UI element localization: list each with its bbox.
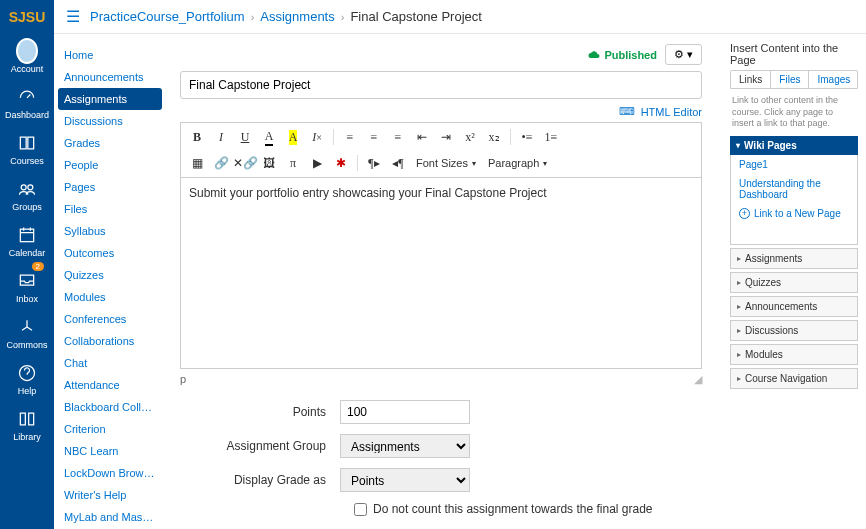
assignment-title-input[interactable] — [180, 71, 702, 99]
media-button[interactable]: ▶ — [307, 153, 327, 173]
courses-icon — [16, 132, 38, 154]
accordion-item[interactable]: ▸Assignments — [730, 248, 858, 269]
nav-inbox[interactable]: 2 Inbox — [0, 264, 54, 310]
subscript-button[interactable]: x₂ — [484, 127, 504, 147]
nav-courses[interactable]: Courses — [0, 126, 54, 172]
accordion-item[interactable]: ▸Discussions — [730, 320, 858, 341]
superscript-button[interactable]: x² — [460, 127, 480, 147]
bullet-list-button[interactable]: •≡ — [517, 127, 537, 147]
nav-label: Account — [11, 64, 44, 74]
rtl-button[interactable]: ◂¶ — [388, 153, 408, 173]
chevron-right-icon: ▸ — [737, 302, 741, 311]
display-grade-label: Display Grade as — [180, 473, 340, 487]
no-count-checkbox[interactable] — [354, 503, 367, 516]
link-button[interactable]: 🔗 — [211, 153, 231, 173]
align-center-button[interactable]: ≡ — [364, 127, 384, 147]
published-status: Published — [588, 49, 657, 61]
tab-files[interactable]: Files — [771, 71, 809, 88]
nav-help[interactable]: Help — [0, 356, 54, 402]
wiki-link[interactable]: Page1 — [731, 155, 857, 174]
paragraph-select[interactable]: Paragraph▾ — [484, 153, 551, 173]
text-color-button[interactable]: A — [259, 127, 279, 147]
number-list-button[interactable]: 1≡ — [541, 127, 561, 147]
course-nav-item[interactable]: NBC Learn — [54, 440, 166, 462]
main-content: Published ⚙ ▾ ⌨ HTML Editor B I U A A I×… — [166, 34, 716, 529]
rte-toolbar: B I U A A I× ≡ ≡ ≡ ⇤ ⇥ x² x₂ •≡ 1≡ ▦ 🔗 ✕… — [181, 123, 701, 178]
font-size-select[interactable]: Font Sizes▾ — [412, 153, 480, 173]
logo: SJSU — [0, 0, 54, 34]
clear-format-button[interactable]: I× — [307, 127, 327, 147]
nav-calendar[interactable]: Calendar — [0, 218, 54, 264]
outdent-button[interactable]: ⇤ — [412, 127, 432, 147]
accordion-item[interactable]: ▸Announcements — [730, 296, 858, 317]
inbox-icon — [16, 270, 38, 292]
bold-button[interactable]: B — [187, 127, 207, 147]
course-nav-item[interactable]: Quizzes — [54, 264, 166, 286]
underline-button[interactable]: U — [235, 127, 255, 147]
course-nav-item[interactable]: MyLab and Maste... — [54, 506, 166, 528]
nav-groups[interactable]: Groups — [0, 172, 54, 218]
nav-label: Calendar — [9, 248, 46, 258]
tab-links[interactable]: Links — [731, 71, 771, 88]
course-nav-item[interactable]: Syllabus — [54, 220, 166, 242]
nav-dashboard[interactable]: Dashboard — [0, 80, 54, 126]
accordion-item[interactable]: ▸Modules — [730, 344, 858, 365]
dashboard-icon — [16, 86, 38, 108]
settings-button[interactable]: ⚙ ▾ — [665, 44, 702, 65]
new-page-link[interactable]: +Link to a New Page — [731, 204, 857, 223]
accordion-item[interactable]: ▸Quizzes — [730, 272, 858, 293]
points-input[interactable] — [340, 400, 470, 424]
table-button[interactable]: ▦ — [187, 153, 207, 173]
course-nav-item[interactable]: Conferences — [54, 308, 166, 330]
course-nav-item[interactable]: Discussions — [54, 110, 166, 132]
hamburger-icon[interactable]: ☰ — [66, 7, 80, 26]
nav-account[interactable]: Account — [0, 34, 54, 80]
ltr-button[interactable]: ¶▸ — [364, 153, 384, 173]
course-nav-item[interactable]: Home — [54, 44, 166, 66]
indent-button[interactable]: ⇥ — [436, 127, 456, 147]
rte-body[interactable]: Submit your portfolio entry showcasing y… — [181, 178, 701, 368]
course-nav-item[interactable]: Blackboard Collab... — [54, 396, 166, 418]
accordion-item[interactable]: ▸Course Navigation — [730, 368, 858, 389]
tab-images[interactable]: Images — [809, 71, 858, 88]
course-nav-item[interactable]: Pages — [54, 176, 166, 198]
course-nav-item[interactable]: People — [54, 154, 166, 176]
keyboard-icon[interactable]: ⌨ — [619, 105, 635, 118]
course-nav-item[interactable]: Writer's Help — [54, 484, 166, 506]
course-nav-item[interactable]: Criterion — [54, 418, 166, 440]
course-nav-item[interactable]: Outcomes — [54, 242, 166, 264]
nav-library[interactable]: Library — [0, 402, 54, 448]
apps-button[interactable]: ✱ — [331, 153, 351, 173]
course-nav-item[interactable]: Chat — [54, 352, 166, 374]
breadcrumb-section[interactable]: Assignments — [260, 9, 334, 24]
chevron-right-icon: ▸ — [737, 278, 741, 287]
wiki-link[interactable]: Understanding the Dashboard — [731, 174, 857, 204]
course-nav-item[interactable]: Announcements — [54, 66, 166, 88]
wiki-pages-header[interactable]: ▾Wiki Pages — [730, 136, 858, 155]
course-nav-item[interactable]: Collaborations — [54, 330, 166, 352]
html-editor-link[interactable]: HTML Editor — [641, 106, 702, 118]
resize-handle-icon[interactable]: ◢ — [694, 373, 702, 386]
course-nav-item[interactable]: Files — [54, 198, 166, 220]
nav-commons[interactable]: Commons — [0, 310, 54, 356]
nav-label: Groups — [12, 202, 42, 212]
breadcrumb-course[interactable]: PracticeCourse_Portfolium — [90, 9, 245, 24]
unlink-button[interactable]: ✕🔗 — [235, 153, 255, 173]
align-left-button[interactable]: ≡ — [340, 127, 360, 147]
course-nav-item[interactable]: Grades — [54, 132, 166, 154]
course-nav-item[interactable]: Attendance — [54, 374, 166, 396]
nav-label: Help — [18, 386, 37, 396]
assignment-group-select[interactable]: Assignments — [340, 434, 470, 458]
bg-color-button[interactable]: A — [283, 127, 303, 147]
course-nav-item[interactable]: Modules — [54, 286, 166, 308]
equation-button[interactable]: π — [283, 153, 303, 173]
course-nav-item[interactable]: Assignments — [58, 88, 162, 110]
display-grade-select[interactable]: Points — [340, 468, 470, 492]
svg-rect-2 — [20, 229, 33, 242]
image-button[interactable]: 🖼 — [259, 153, 279, 173]
rich-text-editor: B I U A A I× ≡ ≡ ≡ ⇤ ⇥ x² x₂ •≡ 1≡ ▦ 🔗 ✕… — [180, 122, 702, 369]
align-right-button[interactable]: ≡ — [388, 127, 408, 147]
course-nav-item[interactable]: LockDown Brows... — [54, 462, 166, 484]
cloud-check-icon — [588, 49, 600, 61]
italic-button[interactable]: I — [211, 127, 231, 147]
